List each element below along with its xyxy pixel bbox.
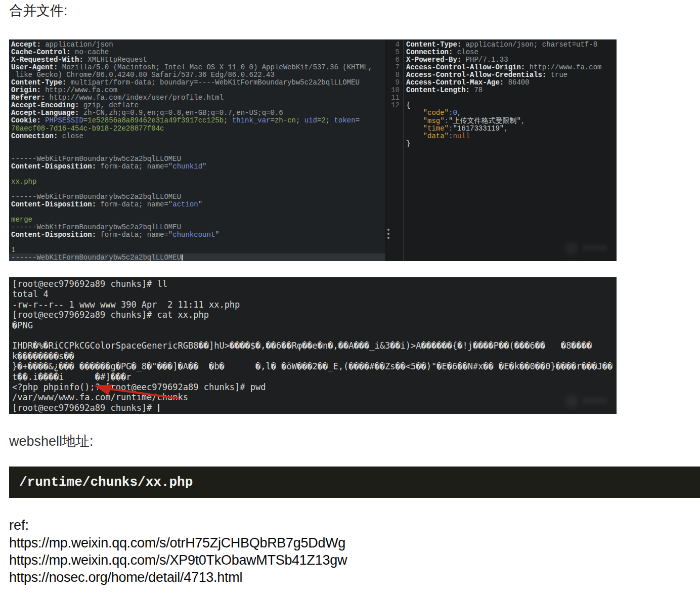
section-title-merge: 合并文件: — [9, 3, 68, 18]
webshell-path-codeblock: /runtime/chunks/xx.php — [9, 467, 700, 498]
webshell-path: /runtime/chunks/xx.php — [19, 475, 193, 490]
article-page: 合并文件: Accept: application/jsonCache-Cont… — [0, 0, 700, 593]
reference-list: https://mp.weixin.qq.com/s/otrH75ZjCHBQb… — [9, 534, 347, 586]
terminal-pane[interactable]: [root@eec979692a89 chunks]# lltotal 4-rw… — [12, 279, 617, 413]
ref-label: ref: — [9, 518, 29, 533]
ref-url[interactable]: https://nosec.org/home/detail/4713.html — [9, 569, 347, 586]
response-code: 4Content-Type: application/json; charset… — [386, 40, 617, 147]
terminal-screenshot: [root@eec979692a89 chunks]# lltotal 4-rw… — [9, 277, 617, 414]
ref-url[interactable]: https://mp.weixin.qq.com/s/XP9t0TkObawMT… — [9, 552, 347, 569]
response-editor-pane[interactable]: 4Content-Type: application/json; charset… — [386, 39, 617, 261]
http-editor-screenshot: Accept: application/jsonCache-Control: n… — [9, 39, 617, 261]
ref-url[interactable]: https://mp.weixin.qq.com/s/otrH75ZjCHBQb… — [9, 534, 347, 552]
request-editor-pane[interactable]: Accept: application/jsonCache-Control: n… — [9, 39, 385, 261]
webshell-label: webshell地址: — [9, 434, 94, 449]
panel-drag-handle-icon[interactable] — [387, 229, 390, 241]
